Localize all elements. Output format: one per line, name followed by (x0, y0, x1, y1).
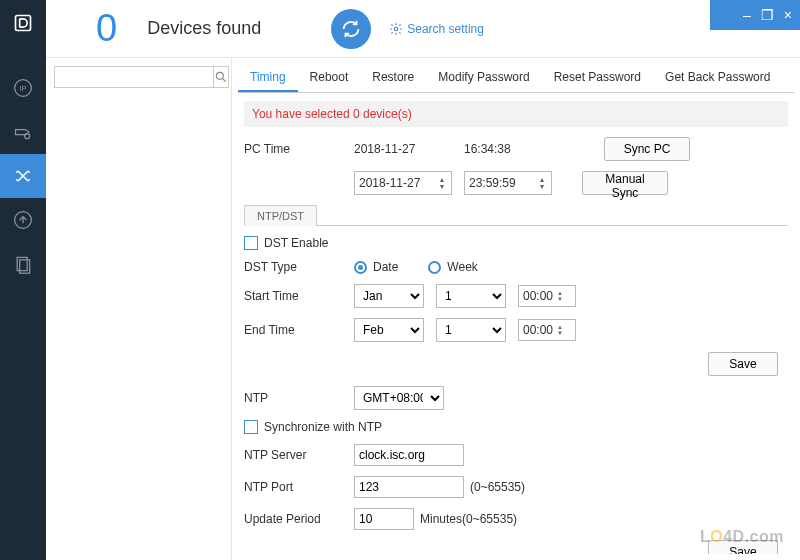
ntp-server-input[interactable] (354, 444, 464, 466)
spinner-icon[interactable]: ▲▼ (557, 290, 563, 302)
ntp-zone-row: NTP GMT+08:00 (244, 386, 788, 410)
ntp-save-button[interactable]: Save (708, 540, 778, 554)
svg-rect-0 (16, 16, 31, 31)
dst-enable-checkbox[interactable] (244, 236, 258, 250)
start-time-input[interactable]: 00:00 ▲▼ (518, 285, 576, 307)
ntp-label: NTP (244, 391, 354, 405)
svg-point-7 (394, 27, 398, 31)
app-header: 0 Devices found Search setting – ❐ × (46, 0, 800, 58)
timing-panel: You have selected 0 device(s) PC Time 20… (238, 93, 794, 554)
search-icon[interactable] (214, 66, 229, 88)
tab-restore[interactable]: Restore (360, 64, 426, 92)
dst-type-label: DST Type (244, 260, 354, 274)
manual-date-input[interactable]: 2018-11-27 ▲▼ (354, 171, 452, 195)
svg-point-8 (216, 72, 223, 79)
end-time-input[interactable]: 00:00 ▲▼ (518, 319, 576, 341)
svg-point-3 (25, 134, 30, 139)
manual-sync-button[interactable]: Manual Sync (582, 171, 668, 195)
nav-docs-icon[interactable] (0, 242, 46, 286)
dst-start-row: Start Time Jan 1 00:00 ▲▼ (244, 284, 788, 308)
device-list-panel (46, 58, 232, 560)
pc-time-date: 2018-11-27 (354, 142, 464, 156)
pc-time-label: PC Time (244, 142, 354, 156)
ntp-port-input[interactable] (354, 476, 464, 498)
ntp-server-label: NTP Server (244, 448, 354, 462)
main-area: 0 Devices found Search setting – ❐ × (46, 0, 800, 560)
sidebar: IP (0, 0, 46, 560)
minimize-button[interactable]: – (743, 8, 751, 22)
manual-time-row: 2018-11-27 ▲▼ 23:59:59 ▲▼ Manual Sync (244, 171, 788, 195)
tab-reboot[interactable]: Reboot (298, 64, 361, 92)
device-search (54, 66, 223, 88)
ntp-sync-checkbox[interactable] (244, 420, 258, 434)
search-input[interactable] (54, 66, 214, 88)
svg-text:IP: IP (19, 84, 26, 93)
search-setting-label: Search setting (407, 22, 484, 36)
start-day-select[interactable]: 1 (436, 284, 506, 308)
ntp-sync-label: Synchronize with NTP (264, 420, 382, 434)
pc-time-row: PC Time 2018-11-27 16:34:38 Sync PC (244, 137, 788, 161)
tab-reset-password[interactable]: Reset Password (542, 64, 653, 92)
dst-enable-label: DST Enable (264, 236, 328, 250)
ntp-dst-section: NTP/DST (244, 205, 788, 226)
start-month-select[interactable]: Jan (354, 284, 424, 308)
end-month-select[interactable]: Feb (354, 318, 424, 342)
dst-save-button[interactable]: Save (708, 352, 778, 376)
search-setting-link[interactable]: Search setting (389, 22, 484, 36)
ntp-period-input[interactable] (354, 508, 414, 530)
nav-camera-settings-icon[interactable] (0, 110, 46, 154)
tab-get-back-password[interactable]: Get Back Password (653, 64, 782, 92)
devices-count: 0 (96, 7, 117, 50)
ntp-server-row: NTP Server (244, 444, 788, 466)
dst-type-week-label: Week (447, 260, 477, 274)
ntp-sync-row: Synchronize with NTP (244, 420, 788, 434)
dst-type-row: DST Type Date Week (244, 260, 788, 274)
ntp-port-hint: (0~65535) (470, 480, 525, 494)
maximize-button[interactable]: ❐ (761, 8, 774, 22)
ntp-period-row: Update Period Minutes(0~65535) (244, 508, 788, 530)
content-panel: Timing Reboot Restore Modify Password Re… (232, 58, 800, 560)
ntp-period-hint: Minutes(0~65535) (420, 512, 517, 526)
nav-upload-icon[interactable] (0, 198, 46, 242)
ntp-port-row: NTP Port (0~65535) (244, 476, 788, 498)
close-button[interactable]: × (784, 8, 792, 22)
dst-enable-row: DST Enable (244, 236, 788, 250)
nav-tools-icon[interactable] (0, 154, 46, 198)
config-tabs: Timing Reboot Restore Modify Password Re… (238, 64, 794, 93)
end-day-select[interactable]: 1 (436, 318, 506, 342)
app-logo (10, 10, 36, 36)
sync-pc-button[interactable]: Sync PC (604, 137, 690, 161)
spinner-icon[interactable]: ▲▼ (437, 176, 447, 190)
tab-modify-password[interactable]: Modify Password (426, 64, 541, 92)
nav-ip-icon[interactable]: IP (0, 66, 46, 110)
refresh-button[interactable] (331, 9, 371, 49)
window-controls: – ❐ × (710, 0, 800, 30)
tab-timing[interactable]: Timing (238, 64, 298, 92)
dst-type-date-label: Date (373, 260, 398, 274)
subtab-ntp-dst[interactable]: NTP/DST (244, 205, 317, 226)
gear-icon (389, 22, 403, 36)
manual-time-value: 23:59:59 (469, 176, 516, 190)
ntp-zone-select[interactable]: GMT+08:00 (354, 386, 444, 410)
body-area: Timing Reboot Restore Modify Password Re… (46, 58, 800, 560)
selection-notice: You have selected 0 device(s) (244, 101, 788, 127)
manual-date-value: 2018-11-27 (359, 176, 420, 190)
dst-type-week-radio[interactable] (428, 261, 441, 274)
ntp-port-label: NTP Port (244, 480, 354, 494)
end-time-label: End Time (244, 323, 354, 337)
ntp-period-label: Update Period (244, 512, 354, 526)
pc-time-time: 16:34:38 (464, 142, 574, 156)
start-time-label: Start Time (244, 289, 354, 303)
dst-end-row: End Time Feb 1 00:00 ▲▼ (244, 318, 788, 342)
manual-time-input[interactable]: 23:59:59 ▲▼ (464, 171, 552, 195)
devices-count-label: Devices found (147, 18, 261, 39)
dst-type-date-radio[interactable] (354, 261, 367, 274)
spinner-icon[interactable]: ▲▼ (557, 324, 563, 336)
spinner-icon[interactable]: ▲▼ (537, 176, 547, 190)
